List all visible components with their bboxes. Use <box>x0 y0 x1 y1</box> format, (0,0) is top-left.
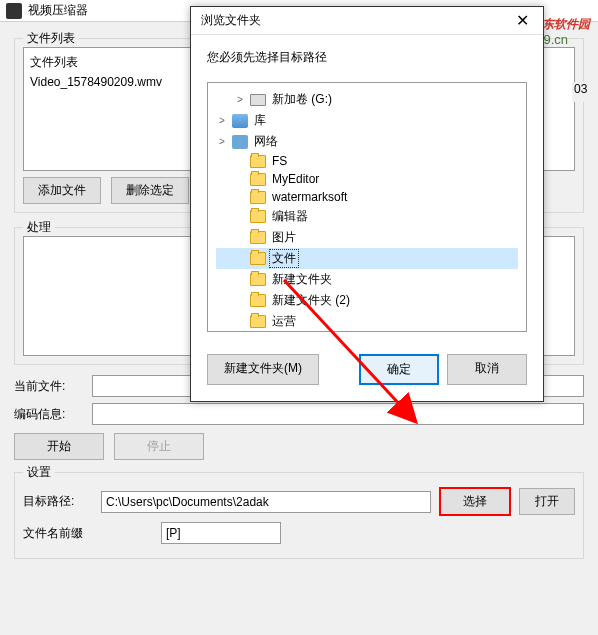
tree-item[interactable]: 新建文件夹 <box>216 269 518 290</box>
tree-item[interactable]: MyEditor <box>216 170 518 188</box>
app-icon <box>6 3 22 19</box>
new-folder-button[interactable]: 新建文件夹(M) <box>207 354 319 385</box>
truncated-value: 03 <box>572 82 598 102</box>
start-button[interactable]: 开始 <box>14 433 104 460</box>
tree-item-label: 图片 <box>270 229 298 246</box>
stop-button: 停止 <box>114 433 204 460</box>
app-title: 视频压缩器 <box>28 2 88 19</box>
open-button[interactable]: 打开 <box>519 488 575 515</box>
folder-icon <box>250 294 266 307</box>
browse-folder-dialog: 浏览文件夹 ✕ 您必须先选择目标路径 >新加卷 (G:)>库>网络FSMyEdi… <box>190 6 544 402</box>
library-icon <box>232 114 248 128</box>
folder-icon <box>250 231 266 244</box>
tree-item-label: 新建文件夹 (2) <box>270 292 352 309</box>
encode-info-value <box>92 403 584 425</box>
ok-button[interactable]: 确定 <box>359 354 439 385</box>
file-list-label: 文件列表 <box>23 30 79 47</box>
dialog-title: 浏览文件夹 <box>201 12 261 29</box>
target-path-label: 目标路径: <box>23 493 93 510</box>
expand-icon[interactable]: > <box>216 115 228 126</box>
tree-item[interactable]: >新加卷 (G:) <box>216 89 518 110</box>
tree-item-label: 文件 <box>270 250 298 267</box>
tree-item-label: 运营 <box>270 313 298 330</box>
tree-item-label: FS <box>270 154 289 168</box>
filename-prefix-label: 文件名前缀 <box>23 525 93 542</box>
select-button[interactable]: 选择 <box>439 487 511 516</box>
folder-tree[interactable]: >新加卷 (G:)>库>网络FSMyEditorwatermarksoft编辑器… <box>207 82 527 332</box>
tree-item-label: watermarksoft <box>270 190 349 204</box>
tree-item-label: MyEditor <box>270 172 321 186</box>
tree-item-label: 编辑器 <box>270 208 310 225</box>
tree-item[interactable]: 文件 <box>216 248 518 269</box>
dialog-title-bar: 浏览文件夹 ✕ <box>191 7 543 35</box>
folder-icon <box>250 273 266 286</box>
network-icon <box>232 135 248 149</box>
folder-icon <box>250 210 266 223</box>
current-file-label: 当前文件: <box>14 378 84 395</box>
drive-icon <box>250 94 266 106</box>
tree-item[interactable]: FS <box>216 152 518 170</box>
tree-item[interactable]: watermarksoft <box>216 188 518 206</box>
cancel-button[interactable]: 取消 <box>447 354 527 385</box>
folder-icon <box>250 173 266 186</box>
tree-item[interactable]: >网络 <box>216 131 518 152</box>
tree-item[interactable]: 编辑器 <box>216 206 518 227</box>
encode-info-label: 编码信息: <box>14 406 84 423</box>
target-path-input[interactable] <box>101 491 431 513</box>
folder-icon <box>250 252 266 265</box>
expand-icon[interactable]: > <box>216 136 228 147</box>
tree-item[interactable]: 运营 <box>216 311 518 332</box>
settings-group: 设置 目标路径: 选择 打开 文件名前缀 <box>14 472 584 559</box>
dialog-message: 您必须先选择目标路径 <box>207 49 527 66</box>
tree-item-label: 库 <box>252 112 268 129</box>
folder-icon <box>250 155 266 168</box>
tree-item-label: 新加卷 (G:) <box>270 91 334 108</box>
folder-icon <box>250 315 266 328</box>
expand-icon[interactable]: > <box>234 94 246 105</box>
delete-selected-button[interactable]: 删除选定 <box>111 177 189 204</box>
tree-item[interactable]: >库 <box>216 110 518 131</box>
filename-prefix-input[interactable] <box>161 522 281 544</box>
settings-label: 设置 <box>23 464 55 481</box>
close-icon[interactable]: ✕ <box>501 7 543 35</box>
tree-item[interactable]: 新建文件夹 (2) <box>216 290 518 311</box>
tree-item-label: 新建文件夹 <box>270 271 334 288</box>
process-label: 处理 <box>23 219 55 236</box>
add-file-button[interactable]: 添加文件 <box>23 177 101 204</box>
tree-item[interactable]: 图片 <box>216 227 518 248</box>
tree-item-label: 网络 <box>252 133 280 150</box>
folder-icon <box>250 191 266 204</box>
